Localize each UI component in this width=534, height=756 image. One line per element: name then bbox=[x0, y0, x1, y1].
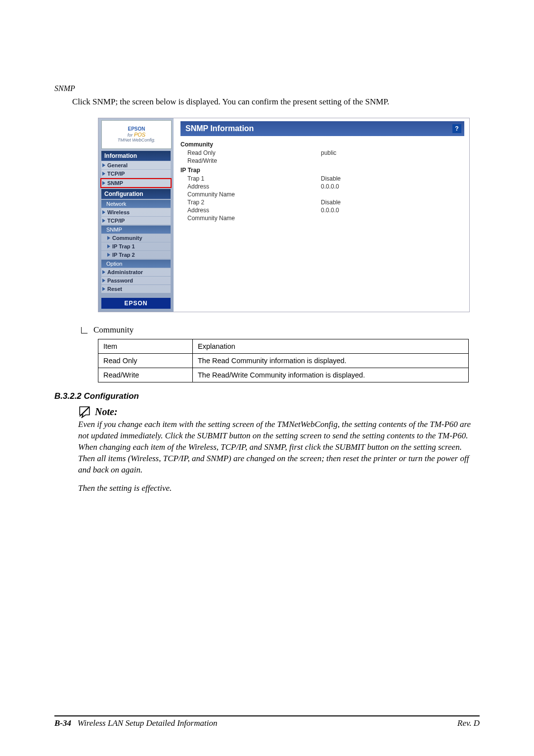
sidebar-item-label: Wireless bbox=[107, 209, 130, 215]
triangle-icon bbox=[102, 210, 105, 214]
sidebar-item-label: SNMP bbox=[107, 180, 123, 186]
kv-row: Community Name bbox=[180, 214, 464, 222]
td-explanation: The Read/Write Community information is … bbox=[193, 368, 469, 382]
sidebar-item-tcpip[interactable]: TCP/IP bbox=[101, 170, 171, 178]
main-panel: SNMP Information ? Community Read Onlypu… bbox=[174, 118, 469, 312]
sidebar-item-label: General bbox=[107, 162, 128, 168]
sidebar-item-wireless[interactable]: Wireless bbox=[101, 208, 171, 216]
sidebar-item-label: TCP/IP bbox=[107, 218, 125, 224]
triangle-icon bbox=[102, 181, 105, 185]
bullet-community: Community bbox=[81, 325, 480, 335]
bullet-text: Community bbox=[93, 325, 134, 335]
sidebar-item-reset[interactable]: Reset bbox=[101, 285, 171, 293]
kv-row: Read Onlypublic bbox=[180, 149, 464, 157]
kv-key: Trap 2 bbox=[187, 199, 321, 206]
kv-key: Community Name bbox=[187, 215, 321, 222]
sidebar-item-iptrap1[interactable]: IP Trap 1 bbox=[101, 242, 171, 250]
sidebar-item-admin[interactable]: Administrator bbox=[101, 268, 171, 276]
sidebar-item-label: IP Trap 2 bbox=[112, 252, 135, 258]
kv-row: Trap 1Disable bbox=[180, 175, 464, 183]
note-body-3: Then the setting is effective. bbox=[78, 483, 480, 494]
group-heading-iptrap: IP Trap bbox=[180, 167, 464, 174]
note-icon bbox=[78, 405, 91, 418]
kv-key: Address bbox=[187, 207, 321, 214]
sidebar-subcategory-snmp: SNMP bbox=[101, 226, 171, 234]
table-row: Read Only The Read Community information… bbox=[98, 354, 469, 368]
kv-key: Address bbox=[187, 183, 321, 190]
sidebar-item-label: Community bbox=[112, 235, 142, 241]
triangle-icon bbox=[107, 244, 110, 248]
sidebar-item-label: IP Trap 1 bbox=[112, 243, 135, 249]
triangle-icon bbox=[107, 253, 110, 257]
sidebar-item-iptrap2[interactable]: IP Trap 2 bbox=[101, 251, 171, 259]
th-explanation: Explanation bbox=[193, 339, 469, 354]
snmp-subheading: SNMP bbox=[54, 84, 480, 93]
footer-title: Wireless LAN Setup Detailed Information bbox=[78, 718, 218, 728]
sidebar-item-label: TCP/IP bbox=[107, 171, 125, 177]
kv-key: Community Name bbox=[187, 191, 321, 198]
table-row: Read/Write The Read/Write Community info… bbox=[98, 368, 469, 382]
kv-key: Trap 1 bbox=[187, 175, 321, 182]
group-heading-community: Community bbox=[180, 141, 464, 148]
sidebar-section-configuration: Configuration bbox=[101, 189, 171, 199]
kv-row: Trap 2Disable bbox=[180, 198, 464, 206]
triangle-icon bbox=[102, 163, 105, 167]
epson-badge: EPSON bbox=[101, 298, 171, 309]
logo-block: EPSON for POS TMNet WebConfig. bbox=[101, 120, 172, 149]
logo-epson: EPSON bbox=[128, 126, 145, 132]
note-label: Note: bbox=[95, 406, 118, 418]
logo-name: TMNet WebConfig. bbox=[118, 138, 155, 143]
sidebar-item-label: Reset bbox=[107, 286, 122, 292]
kv-row: Read/Write bbox=[180, 157, 464, 165]
kv-value: 0.0.0.0 bbox=[321, 183, 339, 190]
sidebar-item-snmp[interactable]: SNMP bbox=[100, 178, 172, 188]
kv-key: Read Only bbox=[187, 149, 321, 156]
kv-row: Address0.0.0.0 bbox=[180, 206, 464, 214]
sidebar-item-community[interactable]: Community bbox=[101, 234, 171, 242]
kv-value: Disable bbox=[321, 175, 341, 182]
bullet-icon bbox=[81, 327, 88, 333]
sidebar-category-option: Option bbox=[101, 260, 171, 268]
sidebar-section-information: Information bbox=[101, 151, 171, 161]
td-item: Read/Write bbox=[98, 368, 193, 382]
triangle-icon bbox=[102, 279, 105, 283]
kv-value: 0.0.0.0 bbox=[321, 207, 339, 214]
sidebar-item-password[interactable]: Password bbox=[101, 277, 171, 284]
td-item: Read Only bbox=[98, 354, 193, 368]
intro-paragraph: Click SNMP; the screen below is displaye… bbox=[72, 97, 480, 107]
triangle-icon bbox=[102, 270, 105, 274]
kv-row: Address0.0.0.0 bbox=[180, 183, 464, 190]
kv-value: public bbox=[321, 149, 336, 156]
note-body-2: When changing each item of the Wireless,… bbox=[78, 442, 480, 476]
footer-page-number: B-34 bbox=[54, 718, 71, 728]
kv-key: Read/Write bbox=[187, 157, 321, 164]
panel-title: SNMP Information bbox=[185, 124, 254, 133]
kv-value: Disable bbox=[321, 199, 341, 206]
sidebar-category-network: Network bbox=[101, 200, 171, 208]
sidebar-item-label: Password bbox=[107, 278, 133, 284]
sidebar-item-general[interactable]: General bbox=[101, 161, 171, 169]
triangle-icon bbox=[102, 287, 105, 291]
page-footer: B-34 Wireless LAN Setup Detailed Informa… bbox=[54, 715, 480, 728]
table-row: Item Explanation bbox=[98, 339, 469, 354]
triangle-icon bbox=[107, 236, 110, 240]
th-item: Item bbox=[98, 339, 193, 354]
note-body-1: Even if you change each item with the se… bbox=[78, 419, 480, 442]
section-heading-configuration: B.3.2.2 Configuration bbox=[54, 391, 480, 401]
sidebar: EPSON for POS TMNet WebConfig. Informati… bbox=[98, 118, 174, 312]
triangle-icon bbox=[102, 172, 105, 176]
triangle-icon bbox=[102, 219, 105, 223]
note-heading: Note: bbox=[78, 405, 480, 418]
sidebar-item-config-tcpip[interactable]: TCP/IP bbox=[101, 217, 171, 225]
td-explanation: The Read Community information is displa… bbox=[193, 354, 469, 368]
panel-title-bar: SNMP Information ? bbox=[180, 121, 464, 136]
community-table: Item Explanation Read Only The Read Comm… bbox=[98, 339, 469, 382]
footer-revision: Rev. D bbox=[457, 718, 480, 728]
sidebar-item-label: Administrator bbox=[107, 269, 143, 275]
help-icon[interactable]: ? bbox=[452, 124, 461, 133]
kv-row: Community Name bbox=[180, 190, 464, 198]
webconfig-screenshot: EPSON for POS TMNet WebConfig. Informati… bbox=[98, 118, 470, 312]
